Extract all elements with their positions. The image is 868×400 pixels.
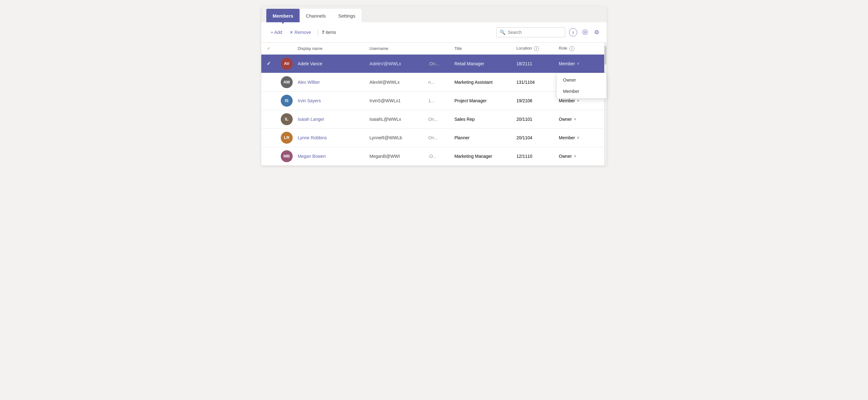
tabs-container: Members Channels Settings — [261, 6, 607, 22]
avatar: MB — [281, 150, 293, 162]
display-name-cell[interactable]: Alex Wilber — [293, 73, 365, 91]
tab-channels[interactable]: Channels — [300, 9, 332, 22]
username-cell: AlexW@WWLx — [365, 73, 424, 91]
avatar: AW — [281, 76, 293, 88]
toolbar: + Add ✕ Remove 7 items 🔍 i Ⓗ ⚙ — [261, 22, 607, 43]
username-cell: IrvinS@WWLx1 — [365, 91, 424, 110]
role-info-icon[interactable]: i — [569, 46, 575, 51]
username-suffix-cell: On... — [424, 128, 450, 147]
row-check[interactable]: ✓ — [261, 54, 276, 73]
toolbar-left: + Add ✕ Remove 7 items — [268, 28, 496, 37]
main-card: Members Channels Settings + Add ✕ Remove… — [261, 6, 607, 166]
role-dropdown-trigger[interactable]: Member ∨ — [559, 135, 602, 140]
role-dropdown-menu[interactable]: OwnerMember — [556, 73, 607, 99]
header-title: Title — [450, 43, 512, 54]
role-dropdown-trigger[interactable]: Member ∨ — [559, 61, 602, 66]
role-label: Member — [559, 61, 575, 66]
location-cell: 19/2106 — [512, 91, 554, 110]
scrollbar-thumb — [604, 46, 607, 65]
table-row: ✓AVAdele VanceAdeleV@WWLx.On...Retail Ma… — [261, 54, 607, 73]
tab-members[interactable]: Members — [266, 9, 300, 22]
settings-button[interactable]: ⚙ — [593, 28, 600, 37]
row-avatar-cell: LR — [276, 128, 293, 147]
avatar: AV — [281, 58, 293, 70]
header-on — [424, 43, 450, 54]
remove-button[interactable]: ✕ Remove — [286, 28, 314, 37]
location-cell: 20/1101 — [512, 110, 554, 128]
username-cell: AdeleV@WWLx — [365, 54, 424, 73]
header-username: Username — [365, 43, 424, 54]
username-cell: IsaiahL@WWLx — [365, 110, 424, 128]
row-avatar-cell: AV — [276, 54, 293, 73]
info-icon: i — [572, 30, 574, 35]
role-label: Member — [559, 98, 575, 103]
table-row: MBMegan BowenMeganB@WWI.O...Marketing Ma… — [261, 147, 607, 165]
chevron-down-icon: ∨ — [574, 117, 576, 121]
search-icon: 🔍 — [500, 30, 505, 35]
username-suffix-cell: .O... — [424, 147, 450, 165]
row-check[interactable] — [261, 91, 276, 110]
row-avatar-cell: IL — [276, 110, 293, 128]
scrollbar[interactable] — [604, 43, 607, 166]
display-name-cell[interactable]: Irvin Sayers — [293, 91, 365, 110]
check-mark: ✓ — [267, 61, 271, 66]
display-name-cell[interactable]: Megan Bowen — [293, 147, 365, 165]
display-name-cell[interactable]: Adele Vance — [293, 54, 365, 73]
toolbar-divider — [318, 29, 318, 35]
row-check[interactable] — [261, 147, 276, 165]
chevron-down-icon: ∨ — [577, 99, 580, 103]
dropdown-option[interactable]: Member — [557, 86, 607, 97]
dropdown-option[interactable]: Owner — [557, 74, 607, 86]
table-row: AWAlex WilberAlexW@WWLxn...Marketing Ass… — [261, 73, 607, 91]
row-avatar-cell: IS — [276, 91, 293, 110]
header-display-name: Display name — [293, 43, 365, 54]
role-label: Owner — [559, 117, 572, 122]
search-box: 🔍 — [496, 27, 565, 37]
table-body: ✓AVAdele VanceAdeleV@WWLx.On...Retail Ma… — [261, 54, 607, 165]
role-label: Owner — [559, 154, 572, 159]
row-check[interactable] — [261, 73, 276, 91]
info-button[interactable]: i — [569, 28, 577, 36]
row-check[interactable] — [261, 128, 276, 147]
members-table: ✓ Display name Username Title Location i… — [261, 43, 607, 166]
role-dropdown-trigger[interactable]: Owner ∨ — [559, 117, 602, 122]
chevron-down-icon: ∨ — [574, 154, 576, 158]
chevron-down-icon: ∨ — [577, 136, 580, 140]
display-name-cell[interactable]: Lynne Robbins — [293, 128, 365, 147]
username-suffix-cell: .On... — [424, 54, 450, 73]
role-cell[interactable]: Owner ∨ — [555, 110, 607, 128]
username-suffix-cell: On... — [424, 110, 450, 128]
header-role: Role i — [555, 43, 607, 54]
title-cell: Planner — [450, 128, 512, 147]
filter-button[interactable]: Ⓗ — [581, 27, 589, 37]
table-header-row: ✓ Display name Username Title Location i… — [261, 43, 607, 54]
tab-settings[interactable]: Settings — [332, 9, 362, 22]
title-cell: Marketing Assistant — [450, 73, 512, 91]
display-name-cell[interactable]: Isaiah Langer — [293, 110, 365, 128]
tab-bar: Members Channels Settings — [261, 9, 607, 22]
role-dropdown-trigger[interactable]: Owner ∨ — [559, 154, 602, 159]
table-row: LRLynne RobbinsLynneR@WWLbOn...Planner20… — [261, 128, 607, 147]
role-dropdown-trigger[interactable]: Member ∨ — [559, 98, 602, 103]
location-cell: 20/1104 — [512, 128, 554, 147]
role-cell[interactable]: Owner ∨ — [555, 147, 607, 165]
role-cell[interactable]: Member ∨OwnerMember — [555, 54, 607, 73]
toolbar-right: 🔍 i Ⓗ ⚙ — [496, 27, 600, 37]
username-cell: LynneR@WWLb — [365, 128, 424, 147]
location-info-icon[interactable]: i — [534, 46, 539, 51]
location-cell: 131/1104 — [512, 73, 554, 91]
username-suffix-cell: 1... — [424, 91, 450, 110]
title-cell: Marketing Manager — [450, 147, 512, 165]
avatar: IL — [281, 113, 293, 125]
title-cell: Project Manager — [450, 91, 512, 110]
title-cell: Retail Manager — [450, 54, 512, 73]
gear-icon: ⚙ — [594, 29, 599, 36]
table-wrapper: ✓ Display name Username Title Location i… — [261, 43, 607, 166]
row-avatar-cell: MB — [276, 147, 293, 165]
row-check[interactable] — [261, 110, 276, 128]
role-cell[interactable]: Member ∨ — [555, 128, 607, 147]
username-cell: MeganB@WWI — [365, 147, 424, 165]
header-check[interactable]: ✓ — [261, 43, 276, 54]
add-button[interactable]: + Add — [268, 28, 285, 37]
search-input[interactable] — [508, 30, 562, 35]
